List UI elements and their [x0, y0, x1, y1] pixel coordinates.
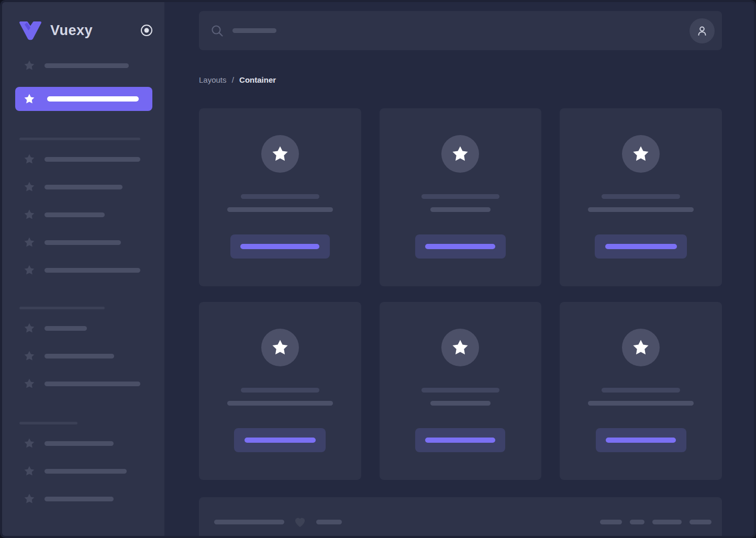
star-icon	[632, 145, 650, 163]
button-label-skeleton	[606, 438, 676, 443]
card-action-button[interactable]	[415, 428, 505, 452]
button-label-skeleton	[425, 244, 495, 249]
search-bar[interactable]	[199, 11, 722, 50]
breadcrumb-current: Container	[239, 75, 276, 84]
star-icon	[24, 465, 35, 477]
sidebar-item-label-skeleton	[45, 157, 140, 162]
card-action-button[interactable]	[230, 234, 330, 259]
star-icon	[24, 438, 35, 449]
star-icon	[24, 93, 35, 105]
footer-link-skeleton	[652, 520, 682, 524]
sidebar-item[interactable]	[2, 437, 164, 450]
sidebar-item-label-skeleton	[45, 63, 129, 68]
sidebar-nav	[2, 59, 164, 505]
star-icon	[24, 181, 35, 193]
sidebar-item-label-skeleton	[45, 212, 105, 217]
sidebar-section-header-skeleton	[19, 138, 140, 140]
search-placeholder-skeleton	[232, 28, 276, 33]
card-subtitle-skeleton	[430, 401, 491, 406]
star-icon	[24, 237, 35, 248]
heart-icon	[293, 515, 307, 529]
button-label-skeleton	[244, 438, 316, 443]
card	[199, 108, 361, 286]
sidebar-item-label-skeleton	[45, 185, 123, 189]
sidebar-item[interactable]	[2, 322, 164, 334]
breadcrumb-parent[interactable]: Layouts	[199, 75, 227, 84]
button-label-skeleton	[605, 244, 677, 249]
card-avatar	[261, 329, 299, 366]
star-icon	[271, 145, 289, 163]
card-avatar	[622, 329, 660, 366]
card-subtitle-skeleton	[227, 207, 333, 212]
card-title-skeleton	[421, 194, 499, 199]
sidebar-item-label-skeleton	[45, 354, 114, 358]
app-window: Vuexy	[0, 0, 756, 538]
sidebar-section-header-skeleton	[19, 422, 77, 424]
card	[199, 302, 361, 480]
search-icon	[210, 24, 224, 38]
sidebar-item[interactable]	[2, 153, 164, 165]
card	[560, 108, 722, 286]
sidebar-item[interactable]	[2, 465, 164, 477]
card-subtitle-skeleton	[430, 207, 491, 212]
card-action-button[interactable]	[234, 428, 326, 452]
star-icon	[24, 350, 35, 362]
card	[560, 302, 722, 480]
sidebar-item-label-skeleton	[45, 469, 127, 474]
sidebar-item[interactable]	[2, 236, 164, 249]
sidebar-section-header-skeleton	[19, 307, 105, 309]
sidebar-item[interactable]	[2, 181, 164, 193]
star-icon	[632, 339, 650, 356]
star-icon	[24, 493, 35, 505]
sidebar-item[interactable]	[2, 208, 164, 221]
card-title-skeleton	[241, 388, 319, 393]
star-icon	[451, 339, 469, 356]
card-avatar	[622, 135, 660, 173]
star-icon	[24, 60, 35, 71]
sidebar-item[interactable]	[2, 350, 164, 362]
card-action-button[interactable]	[415, 234, 506, 259]
footer-card	[199, 497, 722, 538]
card-subtitle-skeleton	[588, 401, 694, 406]
card-avatar	[441, 135, 479, 173]
sidebar-item[interactable]	[2, 492, 164, 505]
card	[380, 108, 542, 286]
sidebar-header: Vuexy	[18, 19, 153, 41]
star-icon	[24, 378, 35, 389]
card-subtitle-skeleton	[227, 401, 333, 406]
app-title: Vuexy	[50, 23, 93, 39]
card-avatar	[261, 135, 299, 173]
star-icon	[451, 145, 469, 163]
sidebar-item-label-skeleton	[45, 268, 140, 273]
card-action-button[interactable]	[596, 428, 686, 452]
cards-grid	[199, 108, 722, 480]
sidebar-item[interactable]	[2, 264, 164, 276]
card-action-button[interactable]	[595, 234, 687, 259]
sidebar-item-label-skeleton	[45, 326, 87, 331]
card-avatar	[441, 329, 479, 366]
vuexy-logo-icon	[18, 20, 43, 41]
sidebar-item-label-skeleton	[45, 441, 114, 446]
user-avatar-button user-icon[interactable]	[690, 18, 715, 43]
sidebar-item-active[interactable]	[15, 87, 152, 111]
sidebar-item-label-skeleton	[45, 382, 140, 386]
sidebar-item[interactable]	[2, 377, 164, 390]
sidebar-item-label-skeleton	[45, 240, 121, 245]
footer-text-skeleton	[214, 520, 284, 524]
card	[380, 302, 542, 480]
star-icon	[24, 322, 35, 334]
sidebar: Vuexy	[2, 2, 164, 536]
sidebar-item-label-skeleton	[45, 497, 114, 501]
card-title-skeleton	[241, 194, 319, 199]
footer-link-skeleton	[690, 520, 711, 524]
footer-text-skeleton	[316, 520, 342, 524]
card-title-skeleton	[421, 388, 499, 393]
sidebar-pin-toggle radio-circle-icon[interactable]	[140, 24, 153, 37]
footer-links-group	[600, 520, 711, 524]
footer-row	[199, 497, 722, 529]
star-icon	[24, 209, 35, 220]
card-subtitle-skeleton	[588, 207, 694, 212]
sidebar-item[interactable]	[2, 59, 164, 72]
footer-link-skeleton	[630, 520, 644, 524]
star-icon	[24, 264, 35, 276]
